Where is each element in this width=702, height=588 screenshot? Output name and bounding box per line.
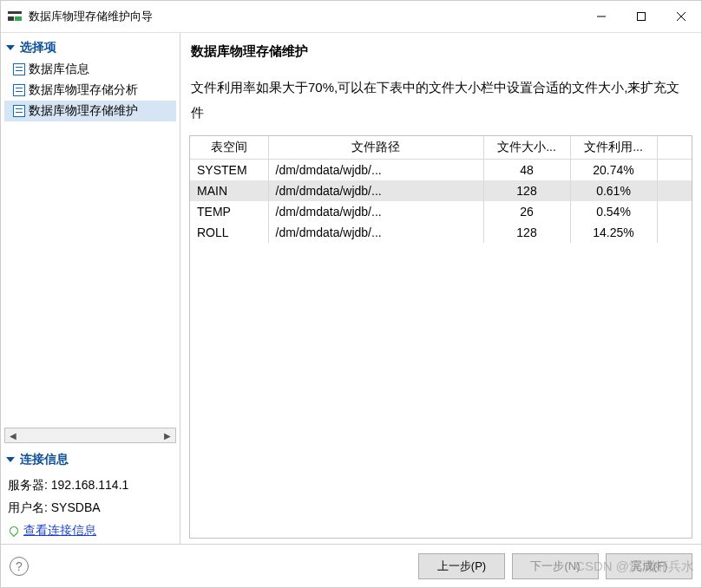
document-icon xyxy=(13,84,25,96)
help-button[interactable]: ? xyxy=(10,557,29,576)
cell-util[interactable]: 0.61% xyxy=(570,180,657,201)
main-panel: 数据库物理存储维护 文件利用率如果大于70%,可以在下表中的文件大小栏中设置合适… xyxy=(180,33,701,544)
col-header[interactable]: 文件大小... xyxy=(483,136,570,160)
cell-path[interactable]: /dm/dmdata/wjdb/... xyxy=(268,222,483,243)
cell-ts[interactable]: ROLL xyxy=(190,222,268,243)
window-buttons xyxy=(581,3,701,30)
svg-rect-4 xyxy=(638,13,646,21)
user-value: SYSDBA xyxy=(51,500,101,514)
next-button-label: 下一步(N) xyxy=(530,559,580,574)
server-label: 服务器: xyxy=(8,478,48,492)
close-button[interactable] xyxy=(661,3,701,30)
cell-size[interactable]: 128 xyxy=(483,222,570,243)
sidebar: 选择项 数据库信息数据库物理存储分析数据库物理存储维护 ◀ ▶ 连接信息 服务器… xyxy=(1,33,180,544)
cell-path[interactable]: /dm/dmdata/wjdb/... xyxy=(268,180,483,201)
server-value: 192.168.114.1 xyxy=(51,478,129,492)
col-header[interactable]: 表空间 xyxy=(190,136,268,160)
document-icon xyxy=(13,63,25,75)
sidebar-item-label: 数据库信息 xyxy=(29,62,89,77)
page-title: 数据库物理存储维护 xyxy=(189,38,692,75)
view-connection-label: 查看连接信息 xyxy=(23,523,96,539)
table-row[interactable]: MAIN/dm/dmdata/wjdb/...1280.61% xyxy=(190,180,692,201)
svg-rect-2 xyxy=(15,16,22,21)
sidebar-item-label: 数据库物理存储分析 xyxy=(29,82,138,98)
page-description: 文件利用率如果大于70%,可以在下表中的文件大小栏中设置合适的文件大小,来扩充文… xyxy=(189,75,692,135)
finish-button-label: 完成(F) xyxy=(631,559,668,574)
table-row[interactable]: ROLL/dm/dmdata/wjdb/...12814.25% xyxy=(190,222,692,243)
cell-size[interactable]: 26 xyxy=(483,201,570,222)
svg-rect-0 xyxy=(8,11,22,14)
col-header[interactable]: 文件路径 xyxy=(268,136,483,160)
cell-ts[interactable]: SYSTEM xyxy=(190,160,268,181)
col-header[interactable]: 文件利用... xyxy=(570,136,657,160)
sidebar-item-0[interactable]: 数据库信息 xyxy=(4,59,176,80)
cell-path[interactable]: /dm/dmdata/wjdb/... xyxy=(268,201,483,222)
wizard-window: 数据库物理存储维护向导 选择项 数据库信息数据库物理存储分析数据库物理存储维护 … xyxy=(0,0,702,588)
scroll-left-arrow[interactable]: ◀ xyxy=(5,428,21,442)
options-header[interactable]: 选择项 xyxy=(4,36,176,59)
svg-rect-1 xyxy=(8,16,14,21)
footer: ? 上一步(P) 下一步(N) 完成(F) xyxy=(1,544,701,587)
scroll-track[interactable] xyxy=(21,428,160,442)
connection-info: 服务器: 192.168.114.1 用户名: SYSDBA 查看连接信息 xyxy=(4,476,176,540)
document-icon xyxy=(13,105,25,117)
tablespace-table[interactable]: 表空间文件路径文件大小...文件利用... SYSTEM/dm/dmdata/w… xyxy=(190,136,692,243)
connection-header-label: 连接信息 xyxy=(20,452,69,467)
titlebar: 数据库物理存储维护向导 xyxy=(1,1,701,32)
app-icon xyxy=(8,10,22,23)
sidebar-item-label: 数据库物理存储维护 xyxy=(29,103,138,119)
table-row[interactable]: TEMP/dm/dmdata/wjdb/...260.54% xyxy=(190,201,692,222)
scroll-right-arrow[interactable]: ▶ xyxy=(160,428,175,442)
cell-extra xyxy=(657,160,692,181)
col-header-extra xyxy=(657,136,692,160)
chevron-down-icon xyxy=(6,45,15,50)
footer-buttons: 上一步(P) 下一步(N) 完成(F) xyxy=(418,553,692,579)
next-button: 下一步(N) xyxy=(512,553,599,579)
cell-ts[interactable]: MAIN xyxy=(190,180,268,201)
prev-button-label: 上一步(P) xyxy=(437,559,486,574)
link-icon xyxy=(8,525,20,537)
cell-util[interactable]: 0.54% xyxy=(570,201,657,222)
maximize-button[interactable] xyxy=(621,3,661,30)
options-header-label: 选择项 xyxy=(20,40,56,56)
cell-util[interactable]: 20.74% xyxy=(570,160,657,181)
connection-header[interactable]: 连接信息 xyxy=(4,448,176,471)
sidebar-item-1[interactable]: 数据库物理存储分析 xyxy=(4,80,176,101)
sidebar-item-2[interactable]: 数据库物理存储维护 xyxy=(4,101,176,121)
prev-button[interactable]: 上一步(P) xyxy=(418,553,505,579)
server-row: 服务器: 192.168.114.1 xyxy=(4,476,176,499)
window-title: 数据库物理存储维护向导 xyxy=(29,9,153,24)
cell-extra xyxy=(657,180,692,201)
finish-button: 完成(F) xyxy=(606,553,692,579)
horizontal-scrollbar[interactable]: ◀ ▶ xyxy=(4,428,176,443)
cell-extra xyxy=(657,201,692,222)
cell-util[interactable]: 14.25% xyxy=(570,222,657,243)
cell-size[interactable]: 48 xyxy=(483,160,570,181)
nav-list: 数据库信息数据库物理存储分析数据库物理存储维护 xyxy=(4,59,176,121)
minimize-button[interactable] xyxy=(581,3,621,30)
chevron-down-icon xyxy=(6,457,15,462)
cell-path[interactable]: /dm/dmdata/wjdb/... xyxy=(268,160,483,181)
view-connection-link[interactable]: 查看连接信息 xyxy=(4,521,176,540)
body: 选择项 数据库信息数据库物理存储分析数据库物理存储维护 ◀ ▶ 连接信息 服务器… xyxy=(1,32,701,544)
cell-ts[interactable]: TEMP xyxy=(190,201,268,222)
cell-size[interactable]: 128 xyxy=(483,180,570,201)
cell-extra xyxy=(657,222,692,243)
user-row: 用户名: SYSDBA xyxy=(4,499,176,521)
table-row[interactable]: SYSTEM/dm/dmdata/wjdb/...4820.74% xyxy=(190,160,692,181)
user-label: 用户名: xyxy=(8,500,48,514)
table-wrap: 表空间文件路径文件大小...文件利用... SYSTEM/dm/dmdata/w… xyxy=(189,135,692,539)
